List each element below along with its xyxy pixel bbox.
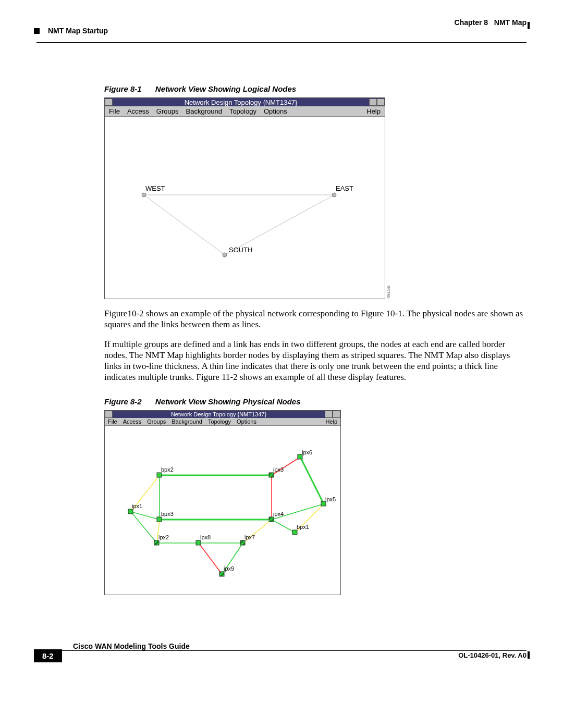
node-ipx1[interactable]	[128, 509, 133, 514]
node-ipx7[interactable]	[240, 540, 245, 545]
figure-1-caption: Figure 8-1 Network View Showing Logical …	[104, 84, 527, 93]
label-ipx1: ipx1	[132, 503, 142, 509]
label-ipx8: ipx8	[200, 534, 211, 540]
figure-1-title: Network View Showing Logical Nodes	[155, 84, 296, 93]
window-control-icon[interactable]	[325, 411, 333, 418]
label-bpx3: bpx3	[161, 511, 174, 517]
label-ipx7: ipx7	[244, 534, 255, 540]
node-south-label: SOUTH	[229, 246, 253, 254]
label-ipx2: ipx2	[158, 534, 169, 540]
figure-1-number: Figure 8-1	[104, 84, 142, 93]
node-west[interactable]	[142, 193, 146, 197]
page-header: Chapter 8 NMT Map NMT Map Startup	[36, 18, 527, 33]
figure-2-caption: Figure 8-2 Network View Showing Physical…	[104, 397, 527, 406]
menu-background[interactable]: Background	[186, 107, 222, 115]
window-control-icon[interactable]	[105, 411, 113, 418]
page-footer: Cisco WAN Modeling Tools Guide 8-2 OL-10…	[36, 642, 527, 673]
link	[300, 457, 324, 504]
menu-groups[interactable]: Groups	[147, 418, 166, 425]
figure-2-titlebar: Network Design Topology {NMT1347}	[105, 411, 340, 418]
menu-file[interactable]: File	[109, 107, 120, 115]
link-west-south	[144, 195, 225, 255]
menu-file[interactable]: File	[108, 418, 117, 425]
figure-1-titlebar: Network Design Topology {NMT1347}	[105, 98, 385, 106]
label-ipx9: ipx9	[224, 565, 234, 572]
figure-1-window-title: Network Design Topology {NMT1347}	[113, 98, 369, 106]
figure-1-canvas[interactable]: WEST EAST SOUTH	[105, 117, 385, 297]
figure-2-window-title: Network Design Topology {NMT1347}	[113, 411, 325, 417]
node-ipx2[interactable]	[154, 540, 159, 545]
menu-help[interactable]: Help	[366, 107, 381, 115]
label-bpx1: bpx1	[297, 524, 309, 530]
figure-1-id: 49156	[386, 286, 391, 299]
footer-doc-id: OL-10426-01, Rev. A0	[458, 651, 527, 659]
node-ipx3[interactable]	[269, 473, 274, 477]
label-bpx2: bpx2	[161, 466, 174, 473]
figure-2-menubar: File Access Groups Background Topology O…	[105, 418, 340, 426]
node-east-label: EAST	[336, 184, 353, 192]
label-ipx3: ipx3	[273, 466, 284, 473]
page-number: 8-2	[34, 649, 62, 662]
menu-help[interactable]: Help	[325, 418, 337, 425]
chapter-title: NMT Map	[494, 18, 527, 27]
window-control-icon[interactable]	[105, 98, 113, 106]
menu-background[interactable]: Background	[172, 418, 202, 425]
link	[131, 512, 157, 543]
figure-2-canvas[interactable]: ipx1 bpx2 bpx3 ipx2 ipx8 ipx9 ipx7 ipx4 …	[105, 426, 340, 593]
header-rule-tick	[528, 22, 530, 29]
menu-options[interactable]: Options	[237, 418, 256, 425]
menu-access[interactable]: Access	[123, 418, 141, 425]
header-rule	[36, 42, 527, 43]
section-marker-icon	[34, 28, 40, 34]
window-control-icon[interactable]	[377, 98, 385, 106]
label-ipx4: ipx4	[273, 511, 284, 517]
figure-1-menubar: File Access Groups Background Topology O…	[105, 106, 385, 117]
footer-rule-tick	[528, 651, 530, 659]
node-bpx3[interactable]	[157, 517, 162, 522]
body-paragraph-1: Figure10-2 shows an example of the physi…	[104, 309, 527, 330]
figure-2-window: Network Design Topology {NMT1347} File A…	[104, 410, 341, 595]
figure-2-title: Network View Showing Physical Nodes	[155, 397, 301, 406]
footer-rule	[36, 650, 527, 651]
node-bpx1[interactable]	[292, 530, 297, 535]
menu-topology[interactable]: Topology	[229, 107, 256, 115]
figure-1-window: Network Design Topology {NMT1347} File A…	[104, 97, 385, 299]
chapter-ref: Chapter 8	[455, 18, 488, 27]
node-south[interactable]	[223, 253, 227, 257]
link	[272, 520, 295, 533]
link	[199, 543, 222, 574]
node-ipx8[interactable]	[196, 540, 201, 545]
label-ipx5: ipx5	[325, 496, 336, 502]
window-control-icon[interactable]	[333, 411, 340, 418]
link	[131, 512, 160, 520]
footer-doc-title: Cisco WAN Modeling Tools Guide	[73, 642, 527, 650]
node-east[interactable]	[332, 193, 336, 197]
node-ipx9[interactable]	[219, 572, 224, 576]
figure-2-number: Figure 8-2	[104, 397, 142, 406]
node-west-label: WEST	[145, 184, 165, 192]
menu-topology[interactable]: Topology	[208, 418, 231, 425]
body-paragraph-2: If multiple groups are defined and a lin…	[104, 339, 527, 382]
node-ipx4[interactable]	[269, 517, 274, 522]
section-title: NMT Map Startup	[48, 27, 108, 35]
node-bpx2[interactable]	[157, 473, 162, 477]
window-control-icon[interactable]	[369, 98, 377, 106]
menu-options[interactable]: Options	[264, 107, 287, 115]
menu-groups[interactable]: Groups	[156, 107, 179, 115]
label-ipx6: ipx6	[302, 449, 312, 455]
menu-access[interactable]: Access	[127, 107, 149, 115]
